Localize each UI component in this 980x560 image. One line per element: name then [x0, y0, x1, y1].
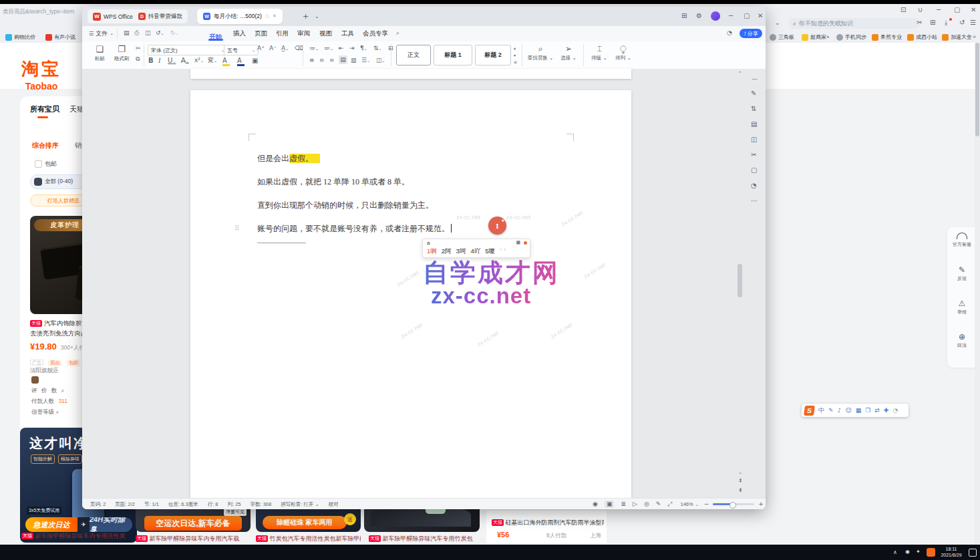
bold-icon[interactable]: B: [148, 57, 154, 64]
strikethrough-icon[interactable]: A⌄: [181, 57, 189, 64]
grow-font-icon[interactable]: A⁺: [257, 45, 265, 51]
tab-member[interactable]: 会员专享: [363, 29, 388, 38]
font-size-select[interactable]: 五号 ⌄: [224, 45, 259, 55]
italic-icon[interactable]: I: [158, 57, 160, 64]
char-shading-icon[interactable]: ▣: [252, 57, 258, 64]
tab-home[interactable]: 开始: [209, 29, 222, 41]
cut-icon[interactable]: ✂: [136, 45, 141, 51]
bullet-list-icon[interactable]: ≔⌄: [309, 45, 319, 51]
shading-icon[interactable]: ☰⌄: [361, 57, 370, 63]
tab-view[interactable]: 视图: [319, 29, 332, 38]
arrange-button[interactable]: ⧬ 排列 ⌄: [613, 45, 634, 61]
next-page-icon[interactable]: ⇟: [738, 488, 743, 493]
redo-icon[interactable]: ↻⌄: [170, 30, 179, 36]
font-color-icon[interactable]: A: [237, 57, 244, 66]
save-icon[interactable]: ▤: [124, 30, 130, 36]
tray-mic-icon[interactable]: ◉: [905, 549, 910, 555]
ime-candidate-5[interactable]: 5嗄: [485, 247, 495, 256]
align-right-icon[interactable]: ≡: [329, 57, 335, 63]
bottom-title-3[interactable]: 天猫 新车除甲醛除异味汽车专用竹炭包: [369, 535, 480, 543]
view-web-icon[interactable]: ◎: [644, 501, 649, 507]
zoom-level[interactable]: 146%: [680, 501, 693, 507]
ime-candidate-2[interactable]: 2阿: [442, 247, 452, 256]
keyboard-icon[interactable]: ▦: [856, 408, 862, 414]
close-tab-icon[interactable]: ✕: [273, 14, 277, 19]
ribbon-search-icon[interactable]: ⌕: [396, 30, 399, 36]
tab-list-chevron-icon[interactable]: ⌄: [315, 14, 319, 19]
number-list-icon[interactable]: ≕⌄: [324, 45, 333, 51]
browser-search-box[interactable]: ⌕ 你不知道的失眠知识: [788, 18, 921, 29]
bookmark-item[interactable]: 加速大全: [942, 33, 972, 41]
wps-close-icon[interactable]: ✕: [758, 13, 763, 19]
doc-line-2[interactable]: 如果出虚假，就把 12 单降 10 单或者 8 单。: [257, 176, 410, 188]
rail-outline-icon[interactable]: ▤: [751, 121, 757, 128]
paragraph-mark-icon[interactable]: ¶⌄: [360, 45, 367, 51]
rail-print-icon[interactable]: ◫: [751, 136, 757, 143]
rail-cut-icon[interactable]: ✂: [751, 152, 756, 158]
ime-candidate-4[interactable]: 4吖: [470, 247, 480, 256]
wps-settings-icon[interactable]: ⚙: [696, 13, 702, 19]
chinese-mode-icon[interactable]: 中: [818, 408, 824, 414]
align-center-icon[interactable]: ≡: [319, 57, 325, 63]
browser-extension-icon[interactable]: ⊡: [901, 7, 906, 13]
screenshot-icon[interactable]: ✂: [917, 19, 922, 26]
nav-tab-all-items[interactable]: 所有宝贝: [30, 104, 59, 114]
side-panel-item-feedback[interactable]: ✎ 反馈: [947, 266, 977, 282]
notification-center-icon[interactable]: [969, 549, 977, 557]
bottom-title-1[interactable]: 天猫 新车除甲醛除异味车内专用汽车载: [136, 535, 251, 543]
tab-page[interactable]: 页面: [255, 29, 267, 38]
font-name-select[interactable]: 宋体 (正文) ⌄: [148, 45, 228, 55]
doc-line-1[interactable]: 但是会出虚假。: [257, 153, 320, 164]
ime-candidate-1[interactable]: 1啊: [427, 247, 437, 256]
new-tab-icon[interactable]: +: [303, 13, 309, 20]
style-heading1[interactable]: 标题 1: [434, 45, 472, 65]
view-page-icon[interactable]: ▣: [605, 501, 615, 508]
mic-icon[interactable]: ♪: [838, 408, 842, 414]
rail-more-icon[interactable]: ⋯: [751, 198, 758, 204]
bookmark-item[interactable]: 超商家+: [802, 33, 830, 41]
bookmark-item[interactable]: 有声小说: [45, 33, 75, 41]
tab-insert[interactable]: 插入: [233, 29, 246, 38]
zoom-slider[interactable]: [713, 503, 754, 505]
paragraph-drag-handle[interactable]: ⠿: [234, 225, 239, 232]
shrink-font-icon[interactable]: A⁻: [269, 45, 277, 51]
bookmarks-more-indicator[interactable]: »: [973, 33, 976, 40]
bottom-title-2[interactable]: 天猫 竹炭包汽车专用活性炭包新车除甲醛: [256, 535, 361, 543]
tab-tools[interactable]: 工具: [341, 29, 354, 38]
doc-scrollbar-thumb[interactable]: [738, 264, 742, 297]
undo-icon[interactable]: ↺⌄: [156, 30, 164, 36]
tray-network-icon[interactable]: ✦: [916, 549, 921, 555]
superscript-icon[interactable]: x²⌄: [194, 57, 204, 63]
align-left-icon[interactable]: ≡: [309, 57, 315, 63]
ime-candidate-3[interactable]: 3呵: [456, 247, 466, 256]
view-eye-icon[interactable]: ◉: [593, 501, 598, 507]
history-icon[interactable]: ↺: [959, 19, 965, 26]
ime-keyboard-icon[interactable]: ▦: [516, 241, 520, 245]
distribute-icon[interactable]: ▥: [351, 57, 357, 63]
scroll-down-icon[interactable]: ⌄: [738, 470, 742, 475]
free-shipping-filter[interactable]: 包邮: [35, 160, 57, 168]
tab-review[interactable]: 审阅: [297, 29, 310, 38]
tray-expand-icon[interactable]: ∧: [893, 550, 897, 555]
wps-doc-tab-active[interactable]: W 每月小结: …500(2) ○ ✕: [197, 9, 283, 24]
stat-row[interactable]: 付款人数 311: [31, 398, 67, 406]
file-menu[interactable]: ☰ 文件 ⌄: [89, 29, 114, 38]
ime-toolbar[interactable]: S 中 ✎ ♪ ☺ ▦ ❐ ⇄ ✚ ◔: [802, 404, 909, 417]
decrease-indent-icon[interactable]: ⇤: [339, 45, 344, 51]
chevron-down-icon[interactable]: ⌄: [775, 20, 780, 26]
status-spellcheck[interactable]: 拼写检查: 打开 ⌄: [281, 501, 319, 508]
bookmark-item[interactable]: 三角板: [770, 33, 794, 41]
pencil-icon[interactable]: ✎: [828, 408, 834, 414]
wps-avatar[interactable]: [711, 11, 720, 21]
bookmark-item[interactable]: 成西小站: [907, 33, 937, 41]
print-icon[interactable]: ⎙: [134, 30, 139, 36]
tray-sogou-icon[interactable]: [927, 548, 935, 557]
rail-history-icon[interactable]: ◔: [751, 182, 757, 189]
browser-scrollbar[interactable]: [975, 43, 980, 545]
find-replace-button[interactable]: ⌕ 查找替换 ⌄: [526, 45, 555, 61]
preview-icon[interactable]: ◫: [145, 30, 151, 36]
ime-next-icon[interactable]: ›: [504, 247, 506, 256]
view-outline-icon[interactable]: ≣: [621, 501, 626, 507]
status-proofread[interactable]: 校对: [329, 501, 339, 508]
style-normal[interactable]: 正文: [396, 45, 431, 65]
